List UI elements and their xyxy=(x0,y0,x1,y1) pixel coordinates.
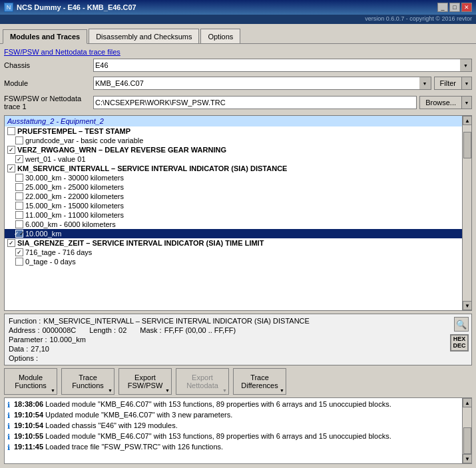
filter-button[interactable]: Filter xyxy=(434,77,461,90)
tree-item-wert01[interactable]: wert_01 - value 01 xyxy=(5,154,462,164)
tree-item-km6[interactable]: 6.000_km - 6000 kilometers xyxy=(5,220,462,229)
titlebar-left: N NCS Dummy - E46 - KMB_E46.C07 xyxy=(4,3,136,12)
scrollbar-down-btn[interactable]: ▼ xyxy=(463,301,472,310)
log-scrollbar-down[interactable]: ▼ xyxy=(463,454,472,463)
browse-dropdown-arrow[interactable]: ▼ xyxy=(461,96,472,109)
tree-label-km30: 30.000_km - 30000 kilometers xyxy=(25,174,124,182)
address-field: Address : 0000008C xyxy=(9,326,76,334)
titlebar-controls[interactable]: _ □ ✕ xyxy=(437,3,472,12)
tree-item-km30[interactable]: 30.000_km - 30000 kilometers xyxy=(5,173,462,182)
tree-item-km10[interactable]: ✓ 10.000_km xyxy=(5,229,462,238)
trace-functions-line2: Functions xyxy=(72,381,104,389)
trace-diff-line1: Trace xyxy=(250,373,269,381)
export-fsw-button[interactable]: Export FSW/PSW ▼ xyxy=(119,368,172,395)
tree-label-km11: 11.000_km - 11000 kilometers xyxy=(25,211,124,219)
tree-item-pruef[interactable]: PRUEFSTEMPEL – TEST STAMP xyxy=(5,126,462,136)
checkbox-km25[interactable] xyxy=(15,183,23,191)
checkbox-verz[interactable] xyxy=(7,146,15,154)
fsw-link[interactable]: FSW/PSW and Nettodata trace files xyxy=(4,48,472,56)
fsw-link-text[interactable]: FSW/PSW and Nettodata trace files xyxy=(4,48,120,56)
tab-modules-and-traces[interactable]: Modules and Traces xyxy=(3,29,87,44)
log-scrollbar[interactable]: ▲ ▼ xyxy=(462,398,471,463)
tree-container: Ausstattung_2 - Equipment_2 PRUEFSTEMPEL… xyxy=(4,115,472,311)
trace-input[interactable] xyxy=(93,96,417,109)
version-bar: version 0.6.0.7 - copyright © 2016 revto… xyxy=(0,15,476,24)
chassis-label: Chassis xyxy=(4,61,91,69)
tree-item-km-service[interactable]: KM_SERVICE_INTERVALL – SERVICE INTERVAL … xyxy=(5,164,462,173)
scrollbar-track[interactable] xyxy=(463,125,471,301)
filter-dropdown-arrow[interactable]: ▼ xyxy=(461,77,472,90)
module-functions-line1: Module xyxy=(19,373,43,381)
module-functions-button[interactable]: Module Functions ▼ xyxy=(4,368,57,395)
trace-functions-arrow: ▼ xyxy=(108,388,113,393)
checkbox-grundcode[interactable] xyxy=(15,136,23,144)
checkbox-km30[interactable] xyxy=(15,174,23,182)
tree-item-km25[interactable]: 25.000_km - 25000 kilometers xyxy=(5,182,462,192)
mask-field: Mask : FF,FF (00,00 .. FF,FF) xyxy=(140,326,236,334)
checkbox-km11[interactable] xyxy=(15,211,23,219)
close-button[interactable]: ✕ xyxy=(461,3,472,12)
checkbox-pruef[interactable] xyxy=(7,127,15,135)
export-fsw-arrow: ▼ xyxy=(165,388,170,393)
parameter-value: 10.000_km xyxy=(49,336,85,344)
options-label: Options : xyxy=(9,354,38,362)
browse-button[interactable]: Browse... xyxy=(419,96,461,109)
tab-disassembly[interactable]: Disassembly and Checksums xyxy=(89,29,199,43)
tree-header[interactable]: Ausstattung_2 - Equipment_2 xyxy=(5,116,462,126)
checkbox-km6[interactable] xyxy=(15,220,23,228)
module-functions-arrow: ▼ xyxy=(51,388,55,393)
log-scrollbar-thumb[interactable] xyxy=(463,427,471,454)
tree-item-d716[interactable]: 716_tage - 716 days xyxy=(5,248,462,257)
hex-dec-button[interactable]: HEXDEC xyxy=(450,334,469,351)
minimize-button[interactable]: _ xyxy=(437,3,448,12)
trace-diff-line2: Differences xyxy=(241,381,278,389)
trace-functions-button[interactable]: Trace Functions ▼ xyxy=(61,368,115,395)
main-content: FSW/PSW and Nettodata trace files Chassi… xyxy=(0,44,476,468)
tree-item-km22[interactable]: 22.000_km - 22000 kilometers xyxy=(5,192,462,201)
log-scrollbar-up[interactable]: ▲ xyxy=(463,398,472,407)
chassis-select[interactable]: E46 xyxy=(93,59,472,72)
filter-button-group: Filter ▼ xyxy=(434,77,472,90)
tree-item-sia[interactable]: SIA_GRENZE_ZEIT – SERVICE INTERVAL INDIC… xyxy=(5,238,462,248)
checkbox-d716[interactable] xyxy=(15,248,23,256)
tree-label-wert01: wert_01 - value 01 xyxy=(25,155,86,163)
checkbox-km22[interactable] xyxy=(15,192,23,200)
titlebar: N NCS Dummy - E46 - KMB_E46.C07 _ □ ✕ xyxy=(0,0,476,15)
tree-scrollbar[interactable]: ▲ ▼ xyxy=(462,116,471,310)
options-field: Options : xyxy=(9,354,41,362)
tree-item-verz[interactable]: VERZ_RWGANG_WRN – DELAY REVERSE GEAR WAR… xyxy=(5,145,462,154)
tree-item-d0[interactable]: 0_tage - 0 days xyxy=(5,257,462,266)
module-row: Module KMB_E46.C07 ▼ Filter ▼ xyxy=(4,77,472,90)
log-icon-3: ℹ xyxy=(7,433,10,441)
maximize-button[interactable]: □ xyxy=(449,3,460,12)
tree-label-d0: 0_tage - 0 days xyxy=(25,258,76,266)
log-scrollbar-track[interactable] xyxy=(463,407,471,454)
module-select[interactable]: KMB_E46.C07 xyxy=(93,77,431,90)
info-line-2: Address : 0000008C Length : 02 Mask : FF… xyxy=(9,326,467,334)
checkbox-km-service[interactable] xyxy=(7,164,15,172)
length-field: Length : 02 xyxy=(89,326,126,334)
checkbox-d0[interactable] xyxy=(15,258,23,266)
log-area: ℹ 18:38:06 Loaded module "KMB_E46.C07" w… xyxy=(4,397,472,464)
address-label: Address : xyxy=(9,326,39,334)
tree-label-pruef: PRUEFSTEMPEL – TEST STAMP xyxy=(17,127,130,135)
tree-label-km25: 25.000_km - 25000 kilometers xyxy=(25,183,124,191)
checkbox-sia[interactable] xyxy=(7,239,15,247)
checkbox-km15[interactable] xyxy=(15,202,23,210)
function-field: Function : KM_SERVICE_INTERVALL – SERVIC… xyxy=(9,317,310,325)
checkbox-wert01[interactable] xyxy=(15,155,23,163)
log-text-4: 19:11:45 Loaded trace file "FSW_PSW.TRC"… xyxy=(14,443,223,451)
tree-item-km15[interactable]: 15.000_km - 15000 kilometers xyxy=(5,201,462,210)
tree-item-km11[interactable]: 11.000_km - 11000 kilometers xyxy=(5,210,462,220)
tab-options[interactable]: Options xyxy=(200,29,240,43)
scrollbar-up-btn[interactable]: ▲ xyxy=(463,116,472,125)
trace-label: FSW/PSW or Nettodata trace 1 xyxy=(4,95,91,111)
search-button[interactable]: 🔍 xyxy=(454,317,469,332)
tree-label-sia: SIA_GRENZE_ZEIT – SERVICE INTERVAL INDIC… xyxy=(17,239,264,247)
function-label: Function : xyxy=(9,317,41,325)
scrollbar-thumb[interactable] xyxy=(463,132,471,158)
trace-differences-button[interactable]: Trace Differences ▼ xyxy=(233,368,286,395)
tree-item-grundcode[interactable]: grundcode_var - basic code variable xyxy=(5,136,462,145)
checkbox-km10[interactable]: ✓ xyxy=(15,230,23,238)
export-netto-button[interactable]: Export Nettodata ▼ xyxy=(176,368,229,395)
